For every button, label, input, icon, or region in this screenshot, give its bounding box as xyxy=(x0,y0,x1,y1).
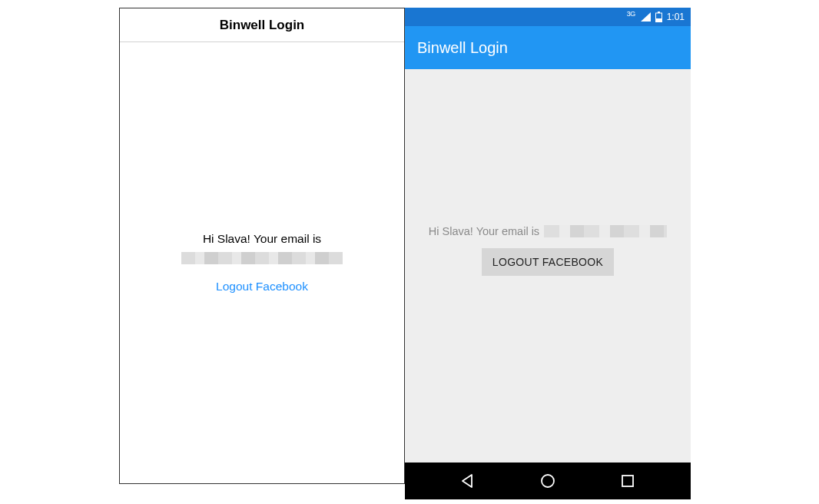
ios-navigation-bar: Binwell Login xyxy=(120,8,404,42)
android-navigation-bar xyxy=(405,463,691,499)
back-triangle-icon xyxy=(460,473,476,489)
ios-page-title: Binwell Login xyxy=(220,18,305,33)
home-circle-icon xyxy=(539,472,556,489)
android-logout-facebook-button[interactable]: LOGOUT FACEBOOK xyxy=(482,248,614,276)
recents-square-icon xyxy=(620,473,635,489)
ios-logout-facebook-button[interactable]: Logout Facebook xyxy=(216,280,308,293)
android-status-bar: 3G 1:01 xyxy=(405,8,691,26)
phones-container: Binwell Login Hi Slava! Your email is Lo… xyxy=(119,8,691,499)
svg-rect-2 xyxy=(655,18,662,22)
android-email-redacted xyxy=(544,225,667,237)
android-recents-button[interactable] xyxy=(606,469,649,493)
svg-point-3 xyxy=(542,475,554,487)
ios-content-area: Hi Slava! Your email is Logout Facebook xyxy=(120,42,404,483)
network-type-label: 3G xyxy=(627,10,635,18)
ios-greeting-text: Hi Slava! Your email is xyxy=(203,232,321,246)
android-content-area: Hi Slava! Your email is LOGOUT FACEBOOK xyxy=(405,54,691,447)
android-home-button[interactable] xyxy=(526,468,570,494)
android-phone-frame: 3G 1:01 Binwell Login Hi Slava! Your ema… xyxy=(405,8,691,499)
android-greeting-row: Hi Slava! Your email is xyxy=(429,225,667,237)
svg-rect-4 xyxy=(622,476,633,486)
clock-label: 1:01 xyxy=(667,12,685,22)
battery-icon xyxy=(655,12,662,22)
ios-email-redacted xyxy=(181,252,343,264)
android-greeting-text: Hi Slava! Your email is xyxy=(429,225,539,237)
android-back-button[interactable] xyxy=(446,469,489,493)
signal-icon xyxy=(640,12,651,22)
ios-phone-frame: Binwell Login Hi Slava! Your email is Lo… xyxy=(119,8,405,484)
